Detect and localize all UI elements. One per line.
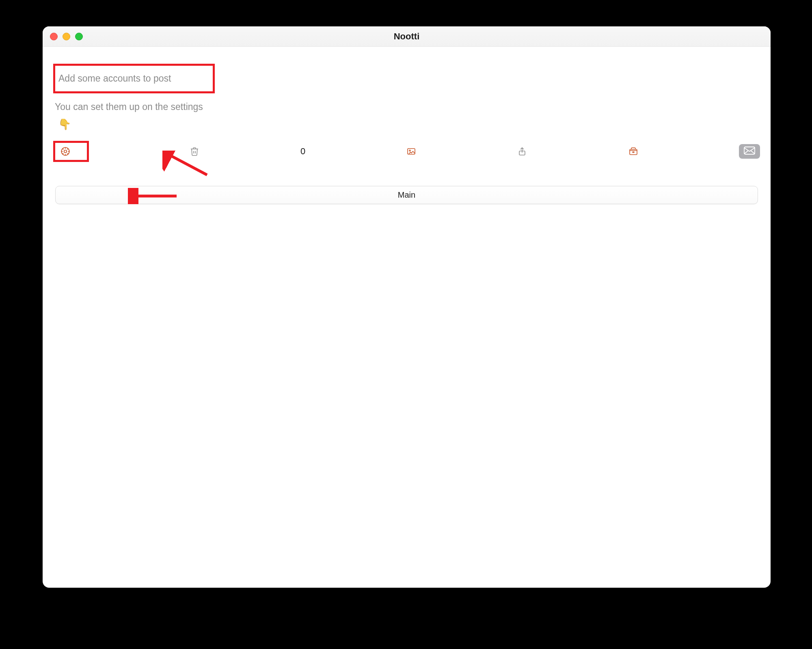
archive-icon[interactable] — [628, 146, 639, 157]
svg-rect-14 — [633, 152, 634, 153]
svg-line-7 — [67, 153, 68, 154]
send-button[interactable] — [739, 144, 760, 159]
settings-highlight — [53, 141, 89, 162]
svg-line-17 — [751, 151, 755, 154]
svg-line-8 — [63, 153, 63, 154]
titlebar: Nootti — [43, 26, 771, 47]
trash-icon[interactable] — [189, 146, 200, 157]
svg-line-9 — [67, 149, 68, 149]
compose-hint: You can set them up on the settings — [53, 101, 760, 112]
app-window: Nootti You can set them up on the settin… — [43, 26, 771, 588]
pointer-down-icon: 👇 — [53, 118, 760, 131]
zoom-window-button[interactable] — [75, 32, 83, 40]
svg-point-1 — [64, 150, 67, 153]
close-window-button[interactable] — [50, 32, 58, 40]
window-title: Nootti — [43, 31, 771, 42]
settings-icon[interactable] — [60, 146, 71, 157]
window-controls — [50, 32, 83, 40]
minimize-window-button[interactable] — [63, 32, 70, 40]
main-button[interactable]: Main — [55, 186, 758, 204]
character-count: 0 — [300, 146, 305, 157]
svg-rect-15 — [744, 147, 755, 154]
svg-point-11 — [409, 150, 410, 151]
compose-input[interactable] — [58, 73, 209, 84]
mail-icon — [744, 147, 755, 156]
content-area: You can set them up on the settings 👇 — [43, 47, 771, 588]
compose-highlight — [53, 64, 215, 93]
svg-line-6 — [63, 149, 63, 149]
toolbar: 0 — [53, 141, 760, 162]
image-icon[interactable] — [406, 146, 417, 157]
share-icon[interactable] — [517, 146, 527, 157]
svg-line-16 — [744, 151, 748, 154]
